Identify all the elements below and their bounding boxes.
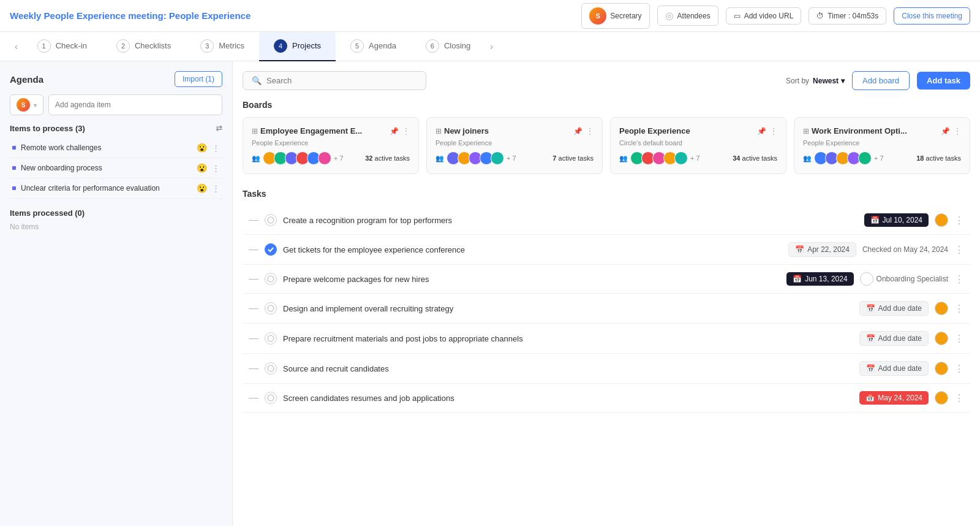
task-add-due-date[interactable]: 📅 Add due date: [859, 301, 929, 316]
item-more-icon[interactable]: ⋮: [212, 143, 220, 153]
shuffle-icon[interactable]: ⇄: [216, 124, 222, 133]
agenda-items-list: Remote work challenges 😮 ⋮ New onboardin…: [10, 138, 222, 199]
nav-prev-arrow[interactable]: ‹: [10, 37, 23, 56]
timer-btn[interactable]: ⏱ Timer : 04m53s: [809, 7, 886, 25]
attendees-btn[interactable]: ◎ Attendees: [657, 6, 718, 26]
add-agenda-item-input[interactable]: [48, 94, 222, 115]
secretary-label: Secretary: [610, 12, 641, 20]
tab-projects[interactable]: 4 Projects: [259, 32, 336, 61]
agenda-item-text: New onboarding process: [21, 164, 192, 172]
tab-agenda[interactable]: 5 Agenda: [336, 32, 411, 61]
user-select-dropdown[interactable]: S ▾: [10, 94, 43, 115]
task-more-icon[interactable]: ⋮: [954, 303, 964, 314]
calendar-icon: 📅: [870, 216, 880, 224]
sort-dropdown[interactable]: Newest ▾: [813, 77, 845, 85]
add-video-label: Add video URL: [744, 12, 794, 20]
more-icon[interactable]: ⋮: [586, 127, 594, 135]
tab-label-closing: Closing: [444, 41, 470, 50]
item-dot: [12, 186, 16, 190]
task-checkbox[interactable]: [265, 302, 277, 314]
task-add-due-date[interactable]: 📅 Add due date: [859, 361, 929, 376]
assignee-avatar: [935, 391, 948, 405]
more-icon[interactable]: ⋮: [954, 127, 961, 135]
item-more-icon[interactable]: ⋮: [212, 184, 220, 193]
task-label: Get tickets for the employee experience …: [283, 245, 782, 254]
task-checkbox[interactable]: [265, 273, 277, 285]
pin-icon[interactable]: 📌: [573, 127, 582, 135]
task-more-icon[interactable]: ⋮: [954, 244, 964, 256]
task-more-icon[interactable]: ⋮: [954, 215, 964, 226]
agenda-user-row: S ▾: [10, 94, 222, 115]
more-count: + 7: [334, 154, 344, 162]
active-tasks: 7 active tasks: [552, 154, 594, 162]
more-icon[interactable]: ⋮: [770, 127, 777, 135]
task-checkbox[interactable]: [265, 243, 277, 256]
item-emoji: 😮: [197, 183, 207, 193]
import-button[interactable]: Import (1): [175, 71, 222, 87]
svg-point-3: [268, 335, 274, 341]
tab-checklists[interactable]: 2 Checklists: [102, 32, 186, 61]
task-checkbox[interactable]: [265, 392, 277, 404]
task-more-icon[interactable]: ⋮: [954, 363, 964, 375]
pin-icon[interactable]: 📌: [390, 127, 399, 135]
board-card: People Experience 📌 ⋮ Circle's default b…: [610, 117, 786, 174]
nav-next-arrow[interactable]: ›: [485, 37, 498, 56]
task-checkbox[interactable]: [265, 362, 277, 375]
add-video-btn[interactable]: ▭ Add video URL: [726, 7, 802, 25]
members-icon: 👥: [252, 154, 260, 162]
date-value: Jun 13, 2024: [805, 275, 847, 283]
board-subtitle: People Experience: [435, 139, 594, 147]
task-more-icon[interactable]: ⋮: [954, 273, 964, 285]
board-icons: 📌 ⋮: [390, 127, 410, 135]
board-footer: 👥 + 7 7 active tasks: [435, 151, 594, 165]
board-card: ⊞ Employee Engagement E... 📌 ⋮ People Ex…: [243, 117, 419, 174]
board-icons: 📌 ⋮: [573, 127, 594, 135]
svg-point-4: [268, 365, 274, 372]
table-row: — Get tickets for the employee experienc…: [243, 235, 970, 265]
close-meeting-button[interactable]: Close this meeting: [894, 7, 970, 25]
items-processed-header: Items processed (0): [10, 208, 222, 218]
task-dash: —: [249, 273, 258, 284]
search-box: 🔍: [243, 71, 426, 90]
user-avatar: S: [17, 98, 30, 112]
members-icon: 👥: [803, 154, 812, 162]
tab-num-4: 4: [274, 39, 287, 53]
add-board-button[interactable]: Add board: [852, 71, 910, 90]
timer-icon: ⏱: [816, 12, 824, 20]
tab-num-1: 1: [37, 39, 51, 53]
tab-label-metrics: Metrics: [219, 41, 244, 50]
task-checkbox[interactable]: [265, 332, 277, 345]
boards-grid: ⊞ Employee Engagement E... 📌 ⋮ People Ex…: [243, 117, 970, 174]
task-dash: —: [249, 333, 258, 344]
tab-checkin[interactable]: 1 Check-in: [23, 32, 102, 61]
task-more-icon[interactable]: ⋮: [954, 392, 964, 404]
tab-closing[interactable]: 6 Closing: [411, 32, 485, 61]
board-footer: 👥 + 7 18 active tasks: [803, 151, 961, 165]
search-input[interactable]: [266, 76, 417, 85]
agenda-item-text: Remote work challenges: [21, 143, 192, 152]
task-checkbox[interactable]: [265, 214, 277, 226]
pin-icon[interactable]: 📌: [757, 127, 766, 135]
board-type-icon: ⊞: [803, 127, 809, 135]
tab-metrics[interactable]: 3 Metrics: [186, 32, 259, 61]
table-row: — Design and implement overall recruitin…: [243, 294, 970, 324]
date-value: May 24, 2024: [878, 394, 922, 402]
item-more-icon[interactable]: ⋮: [212, 164, 220, 173]
title-highlight: People Experience: [169, 10, 251, 21]
sort-by-control: Sort by Newest ▾: [786, 77, 845, 85]
assignee-avatar: [860, 272, 873, 286]
more-icon[interactable]: ⋮: [402, 127, 410, 135]
items-processed-label: Items processed (0): [10, 208, 85, 218]
task-label: Source and recruit candidates: [283, 364, 853, 373]
pin-icon[interactable]: 📌: [941, 127, 950, 135]
task-dash: —: [249, 303, 258, 314]
secretary-avatar: S: [589, 7, 606, 25]
task-more-icon[interactable]: ⋮: [954, 333, 964, 345]
add-task-button[interactable]: Add task: [917, 72, 970, 90]
title-static: Weekly People Experience meeting:: [10, 10, 169, 21]
task-add-due-date[interactable]: 📅 Add due date: [859, 331, 929, 346]
task-due-date: 📅 Jul 10, 2024: [864, 213, 929, 227]
board-footer: 👥 + 7 32 active tasks: [252, 151, 410, 165]
secretary-btn[interactable]: S Secretary: [581, 3, 649, 29]
board-footer: 👥 + 7 34 active tasks: [619, 151, 777, 165]
